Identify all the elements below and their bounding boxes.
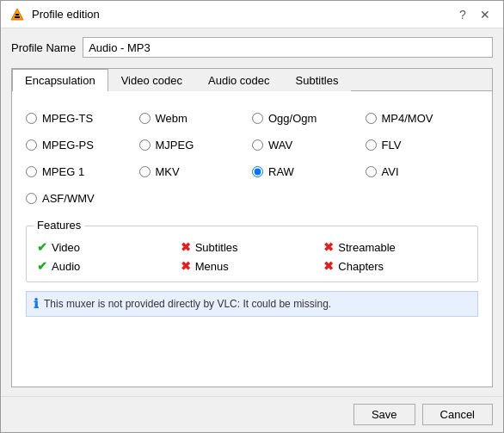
feature-video-label: Video [52,241,80,254]
dialog-content: Profile Name Encapsulation Video codec A… [1,28,503,396]
info-bar: ℹ This muxer is not provided directly by… [26,291,478,317]
feature-menus: ✖ Menus [181,259,324,273]
tab-bar: Encapsulation Video codec Audio codec Su… [12,69,492,91]
radio-avi[interactable]: AVI [366,165,479,178]
radio-ogg-ogm-label: Ogg/Ogm [268,112,317,125]
features-box: Features ✔ Video ✖ Subtitles ✖ Streamabl [26,226,478,282]
feature-subtitles: ✖ Subtitles [181,240,324,254]
radio-asf-wmv[interactable]: ASF/WMV [26,192,139,205]
feature-menus-label: Menus [195,260,229,273]
radio-mpeg-ps-label: MPEG-PS [42,139,94,152]
radio-mjpeg-label: MJPEG [156,139,194,152]
radio-mpeg-ps[interactable]: MPEG-PS [26,139,139,152]
info-icon: ℹ [34,296,39,312]
radio-webm[interactable]: Webm [139,112,253,125]
svg-rect-2 [15,14,19,15]
profile-name-row: Profile Name [11,37,493,58]
radio-ogg-ogm[interactable]: Ogg/Ogm [252,112,366,125]
feature-chapters-label: Chapters [338,260,384,273]
radio-wav[interactable]: WAV [252,139,366,152]
cross-icon-menus: ✖ [181,259,191,273]
title-bar-controls: ? ✕ [453,5,495,24]
features-title: Features [34,219,84,232]
feature-video: ✔ Video [37,240,181,254]
check-icon-audio: ✔ [37,259,47,273]
tab-video-codec[interactable]: Video codec [108,69,195,91]
feature-chapters: ✖ Chapters [323,259,467,273]
title-bar-left: Profile edition [9,7,100,22]
radio-mkv[interactable]: MKV [139,165,253,178]
radio-raw[interactable]: RAW [252,165,366,178]
tab-container: Encapsulation Video codec Audio codec Su… [11,68,493,387]
tab-subtitles[interactable]: Subtitles [283,69,352,91]
radio-mp4-mov-label: MP4/MOV [382,112,433,125]
radio-mp4-mov[interactable]: MP4/MOV [366,112,479,125]
svg-rect-1 [15,16,20,18]
radio-mpeg-ts[interactable]: MPEG-TS [26,112,139,125]
profile-name-input[interactable] [83,37,493,58]
radio-mpeg1[interactable]: MPEG 1 [26,165,139,178]
feature-streamable: ✖ Streamable [323,240,467,254]
profile-name-label: Profile Name [11,41,76,54]
close-button[interactable]: ✕ [476,5,495,24]
save-button[interactable]: Save [353,404,415,425]
tab-encapsulation[interactable]: Encapsulation [12,69,108,91]
encapsulation-radio-grid: MPEG-TS Webm Ogg/Ogm MP4/MOV [26,105,478,219]
radio-mpeg-ts-label: MPEG-TS [42,112,93,125]
radio-mpeg1-label: MPEG 1 [42,165,84,178]
profile-edition-dialog: Profile edition ? ✕ Profile Name Encapsu… [0,0,504,433]
radio-raw-label: RAW [268,165,294,178]
cross-icon: ✖ [181,240,191,254]
tab-audio-codec[interactable]: Audio codec [195,69,283,91]
feature-audio-label: Audio [52,260,80,273]
radio-avi-label: AVI [382,165,399,178]
features-grid: ✔ Video ✖ Subtitles ✖ Streamable ✔ [37,240,467,273]
feature-subtitles-label: Subtitles [195,241,238,254]
feature-audio: ✔ Audio [37,259,181,273]
check-icon: ✔ [37,240,47,254]
dialog-title: Profile edition [32,8,100,21]
radio-mkv-label: MKV [156,165,180,178]
cross-icon-chapters: ✖ [323,259,334,273]
feature-streamable-label: Streamable [338,241,395,254]
radio-flv[interactable]: FLV [366,139,479,152]
title-bar: Profile edition ? ✕ [1,1,503,28]
radio-wav-label: WAV [268,139,292,152]
dialog-footer: Save Cancel [1,396,503,432]
radio-mjpeg[interactable]: MJPEG [139,139,253,152]
info-message: This muxer is not provided directly by V… [44,298,331,310]
vlc-icon [9,7,25,22]
radio-asf-wmv-label: ASF/WMV [42,192,95,205]
encapsulation-tab-content: MPEG-TS Webm Ogg/Ogm MP4/MOV [12,91,492,387]
cancel-button[interactable]: Cancel [422,404,493,425]
cross-icon-streamable: ✖ [323,240,334,254]
radio-flv-label: FLV [382,139,402,152]
radio-webm-label: Webm [156,112,187,125]
help-button[interactable]: ? [453,5,472,24]
